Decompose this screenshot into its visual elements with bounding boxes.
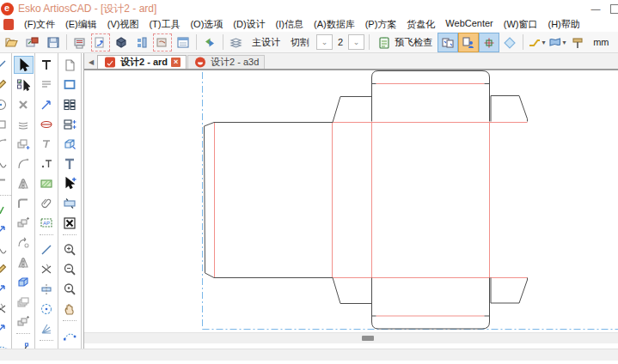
duplicate-tool[interactable] xyxy=(14,135,34,153)
frame-tool[interactable] xyxy=(60,76,80,94)
italic-text-tool[interactable] xyxy=(37,135,57,153)
text-tool[interactable] xyxy=(37,56,57,74)
construction-line-tool[interactable] xyxy=(37,240,57,258)
zoom-in-tool[interactable] xyxy=(60,240,80,258)
direction-tool[interactable] xyxy=(0,221,11,239)
arc-edit-tool[interactable] xyxy=(14,155,34,173)
guide-lines[interactable] xyxy=(203,72,618,330)
solid-view-button[interactable] xyxy=(111,33,132,52)
publish-documents-button[interactable] xyxy=(458,33,479,52)
database-browser-button[interactable] xyxy=(173,33,193,52)
pencil-tool[interactable] xyxy=(0,76,11,94)
convert-3d-tool[interactable] xyxy=(60,135,80,153)
scrollbar-thumb[interactable] xyxy=(362,336,374,341)
edit-nodes-tool[interactable] xyxy=(60,326,80,344)
export-button[interactable] xyxy=(152,33,173,52)
vector-tool[interactable] xyxy=(0,280,11,298)
add-panel-tool[interactable] xyxy=(60,115,80,133)
compare-documents-button[interactable] xyxy=(437,33,458,52)
attachment-tool[interactable] xyxy=(37,194,57,212)
menu-item-12[interactable]: (H)帮助 xyxy=(543,18,585,31)
convert-to-3d-button[interactable] xyxy=(90,33,111,52)
auto-position-tool[interactable]: AP xyxy=(37,214,57,232)
maximize-button[interactable] xyxy=(610,4,618,14)
paragraph-align-tool[interactable] xyxy=(37,76,57,94)
open-button[interactable] xyxy=(2,33,22,52)
menu-item-7[interactable]: (A)数据库 xyxy=(309,18,360,31)
center-point-tool[interactable] xyxy=(37,300,57,318)
horizontal-scrollbar[interactable] xyxy=(84,332,618,343)
menu-item-8[interactable]: (P)方案 xyxy=(360,18,402,31)
rectangle-tool[interactable] xyxy=(0,115,11,133)
line-type-button[interactable]: ▾ xyxy=(526,33,547,52)
drawing-canvas[interactable] xyxy=(84,70,618,332)
line-tool[interactable] xyxy=(0,56,11,74)
hatch-fill-tool[interactable] xyxy=(37,174,57,192)
extrude-tool[interactable] xyxy=(14,273,34,291)
line-weight-combo[interactable]: ⌄ xyxy=(348,34,364,50)
move-copy-tool[interactable] xyxy=(14,214,34,232)
select-by-properties-tool[interactable] xyxy=(14,76,34,94)
pan-tool[interactable] xyxy=(60,300,80,318)
minimize-button[interactable]: — xyxy=(581,3,610,14)
tab-0[interactable]: 设计2 - ard× xyxy=(97,55,187,69)
angle-measure-tool[interactable] xyxy=(37,346,57,349)
tab-1[interactable]: 设计2 - a3d xyxy=(187,55,265,69)
cut-lines[interactable] xyxy=(205,71,528,330)
blend-corner-tool[interactable] xyxy=(14,339,34,349)
save-button[interactable] xyxy=(43,33,64,52)
show-dieline-button[interactable] xyxy=(479,33,499,52)
delete-panel-tool[interactable] xyxy=(60,214,80,232)
tab-close-button[interactable]: × xyxy=(171,58,181,67)
zoom-rectangle-tool[interactable] xyxy=(60,280,80,298)
layer-select-combo[interactable]: ⌄ xyxy=(316,34,333,50)
standards-catalog-button[interactable] xyxy=(132,33,152,52)
menu-item-5[interactable]: (D)设计 xyxy=(228,18,270,31)
trim-tool[interactable] xyxy=(0,300,11,318)
menu-item-11[interactable]: (W)窗口 xyxy=(499,18,543,31)
curve-tool[interactable] xyxy=(0,155,11,173)
cut-line-tool[interactable] xyxy=(37,260,57,278)
freehand-tool[interactable] xyxy=(0,260,11,278)
fillet-corner-tool[interactable] xyxy=(14,194,34,212)
large-text-tool[interactable] xyxy=(60,155,80,173)
menu-item-10[interactable]: WebCenter xyxy=(440,18,498,31)
stretch-panel-tool[interactable] xyxy=(60,194,80,212)
menu-item-6[interactable]: (I)信息 xyxy=(271,18,309,31)
menu-item-1[interactable]: (E)编辑 xyxy=(60,18,102,31)
spline-tool[interactable] xyxy=(0,240,11,258)
array-copy-tool[interactable] xyxy=(14,312,34,331)
zoom-out-tool[interactable] xyxy=(60,260,80,278)
delete-tool[interactable] xyxy=(14,95,34,113)
rebuild-design-button[interactable] xyxy=(199,33,220,52)
add-to-selection-tool[interactable] xyxy=(60,174,80,192)
panel-grid-tool[interactable] xyxy=(60,95,80,113)
preflight-check-button[interactable]: 预飞检查 xyxy=(372,33,437,52)
layers-button[interactable] xyxy=(226,33,247,52)
menu-item-4[interactable]: (O)选项 xyxy=(185,18,228,31)
move-point-tool[interactable] xyxy=(0,201,11,219)
menu-item-0[interactable]: (F)文件 xyxy=(19,18,60,31)
new-page-tool[interactable] xyxy=(60,56,80,74)
menu-item-9[interactable]: 货盘化 xyxy=(401,18,440,31)
pin-button[interactable] xyxy=(567,33,588,52)
menu-item-3[interactable]: (T)工具 xyxy=(144,18,185,31)
crease-lines[interactable] xyxy=(215,84,528,317)
dimension-arrow-tool[interactable] xyxy=(37,95,57,113)
ellipse-tool[interactable] xyxy=(37,115,57,133)
workspace-button[interactable] xyxy=(22,33,43,52)
arc-tool[interactable] xyxy=(0,135,11,153)
circle-tool[interactable] xyxy=(0,95,11,113)
angle-lines-tool[interactable] xyxy=(37,319,57,337)
menu-item-2[interactable]: (V)视图 xyxy=(102,18,144,31)
reflect-tool[interactable] xyxy=(14,253,34,271)
mirror-tool[interactable] xyxy=(14,174,34,192)
point-label-tool[interactable] xyxy=(37,155,57,173)
select-tool[interactable] xyxy=(14,56,34,74)
zoom-extents-button[interactable] xyxy=(499,33,520,52)
corner-tool[interactable] xyxy=(0,174,11,192)
perpendicular-tool[interactable] xyxy=(37,280,57,298)
print-sample-button[interactable] xyxy=(70,33,90,52)
dieline-drawing[interactable] xyxy=(84,70,618,332)
rotate-tool[interactable] xyxy=(14,234,34,252)
